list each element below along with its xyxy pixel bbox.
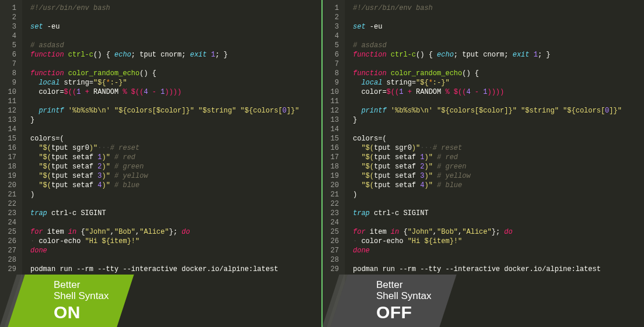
code-line[interactable] (30, 13, 299, 22)
line-number: 15 (4, 134, 16, 143)
line-number: 2 (326, 13, 339, 22)
line-number: 16 (4, 143, 16, 153)
code-line[interactable]: function ctrl-c() { echo; tput cnorm; ex… (30, 50, 299, 59)
code-line[interactable]: "$(tput setaf 1)" # red (30, 153, 299, 162)
line-number: 19 (4, 171, 16, 181)
code-line[interactable]: function color_random_echo() { (353, 69, 622, 78)
line-number: 6 (326, 50, 339, 59)
code-line[interactable] (353, 13, 622, 22)
badge-title: BetterShell Syntax (54, 280, 109, 301)
code-line[interactable] (30, 199, 299, 209)
line-number: 6 (4, 50, 16, 59)
code-line[interactable] (30, 125, 299, 134)
code-line[interactable]: } (353, 115, 622, 125)
code-line[interactable]: function ctrl-c() { echo; tput cnorm; ex… (353, 50, 622, 59)
line-number: 23 (326, 209, 339, 218)
code-line[interactable] (30, 97, 299, 106)
line-number: 19 (326, 171, 339, 181)
line-number: 1 (4, 3, 16, 13)
code-line[interactable]: done (353, 246, 622, 255)
code-line[interactable] (353, 31, 622, 41)
code-line[interactable]: #!/usr/bin/env bash (353, 3, 622, 13)
code-line[interactable]: color=$((1 + RANDOM % $((4 - 1)))) (353, 87, 622, 97)
line-number: 10 (326, 87, 339, 97)
code-line[interactable]: local string="${*:-}" (30, 78, 299, 87)
line-number: 9 (4, 78, 16, 87)
line-number: 15 (326, 134, 339, 143)
code-line[interactable]: color=$((1 + RANDOM % $((4 - 1)))) (30, 87, 299, 97)
line-number: 2 (4, 13, 16, 22)
code-line[interactable]: trap ctrl-c SIGINT (30, 209, 299, 218)
line-number: 27 (326, 246, 339, 255)
line-number: 22 (326, 199, 339, 209)
code-line[interactable] (30, 255, 299, 265)
code-line[interactable]: function color_random_echo() { (30, 69, 299, 78)
code-line[interactable]: "$(tput setaf 2)" # green (353, 162, 622, 171)
line-number: 4 (4, 31, 16, 41)
code-line[interactable] (353, 199, 622, 209)
code-line[interactable] (30, 59, 299, 69)
code-line[interactable]: set -eu (353, 22, 622, 31)
code-line[interactable]: "$(tput setaf 1)" # red (353, 153, 622, 162)
line-number: 13 (326, 115, 339, 125)
code-line[interactable]: ) (353, 190, 622, 199)
code-line[interactable]: podman run --rm --tty --interactive dock… (353, 265, 622, 274)
code-line[interactable]: set -eu (30, 22, 299, 31)
code-line[interactable]: "$(tput setaf 3)" # yellow (30, 171, 299, 181)
split-view: 1234567891011121314151617181920212223242… (0, 0, 644, 327)
line-number: 16 (326, 143, 339, 153)
line-number: 20 (326, 181, 339, 190)
line-number: 18 (326, 162, 339, 171)
line-number: 26 (4, 237, 16, 246)
line-number: 17 (326, 153, 339, 162)
code-line[interactable]: printf '%b%s%b\n' "${colors[$color]}" "$… (353, 106, 622, 115)
line-number: 8 (4, 69, 16, 78)
line-number: 10 (4, 87, 16, 97)
code-line[interactable]: colors=( (30, 134, 299, 143)
code-line[interactable]: "$(tput sgr0)"···# reset (353, 143, 622, 153)
line-number: 23 (4, 209, 16, 218)
code-line[interactable] (353, 59, 622, 69)
code-line[interactable]: "$(tput sgr0)"···# reset (30, 143, 299, 153)
line-number: 29 (326, 265, 339, 274)
left-pane: 1234567891011121314151617181920212223242… (0, 0, 323, 327)
code-line[interactable]: podman run --rm --tty --interactive dock… (30, 265, 299, 274)
line-number: 4 (326, 31, 339, 41)
code-line[interactable]: done (30, 246, 299, 255)
code-line[interactable]: for item in {"John","Bob","Alice"}; do (353, 227, 622, 237)
badge-off: BetterShell Syntax OFF (339, 275, 448, 327)
line-number: 7 (326, 59, 339, 69)
code-line[interactable]: printf '%b%s%b\n' "${colors[$color]}" "$… (30, 106, 299, 115)
line-number: 27 (4, 246, 16, 255)
code-line[interactable]: local string="${*:-}" (353, 78, 622, 87)
line-number: 26 (326, 237, 339, 246)
code-line[interactable]: "$(tput setaf 4)" # blue (30, 181, 299, 190)
badge-title: BetterShell Syntax (376, 280, 432, 301)
code-line[interactable] (353, 255, 622, 265)
badge-state-on: ON (54, 303, 109, 322)
line-number: 24 (326, 218, 339, 227)
code-line[interactable]: } (30, 115, 299, 125)
code-line[interactable]: # asdasd (353, 41, 622, 50)
code-line[interactable]: · color-echo "Hi ${item}!" (30, 237, 299, 246)
code-line[interactable]: "$(tput setaf 4)" # blue (353, 181, 622, 190)
line-number: 3 (4, 22, 16, 31)
code-line[interactable]: · color-echo "Hi ${item}!" (353, 237, 622, 246)
line-number: 11 (326, 97, 339, 106)
code-line[interactable]: "$(tput setaf 2)" # green (30, 162, 299, 171)
line-number: 25 (4, 227, 16, 237)
code-line[interactable] (353, 97, 622, 106)
code-line[interactable]: colors=( (353, 134, 622, 143)
code-line[interactable]: # asdasd (30, 41, 299, 50)
code-line[interactable]: for item in {"John","Bob","Alice"}; do (30, 227, 299, 237)
line-number: 8 (326, 69, 339, 78)
code-line[interactable] (30, 218, 299, 227)
code-line[interactable] (30, 31, 299, 41)
code-line[interactable]: ) (30, 190, 299, 199)
code-line[interactable]: trap ctrl-c SIGINT (353, 209, 622, 218)
code-line[interactable] (353, 125, 622, 134)
code-line[interactable]: "$(tput setaf 3)" # yellow (353, 171, 622, 181)
code-line[interactable]: #!/usr/bin/env bash (30, 3, 299, 13)
line-number: 29 (4, 265, 16, 274)
code-line[interactable] (353, 218, 622, 227)
